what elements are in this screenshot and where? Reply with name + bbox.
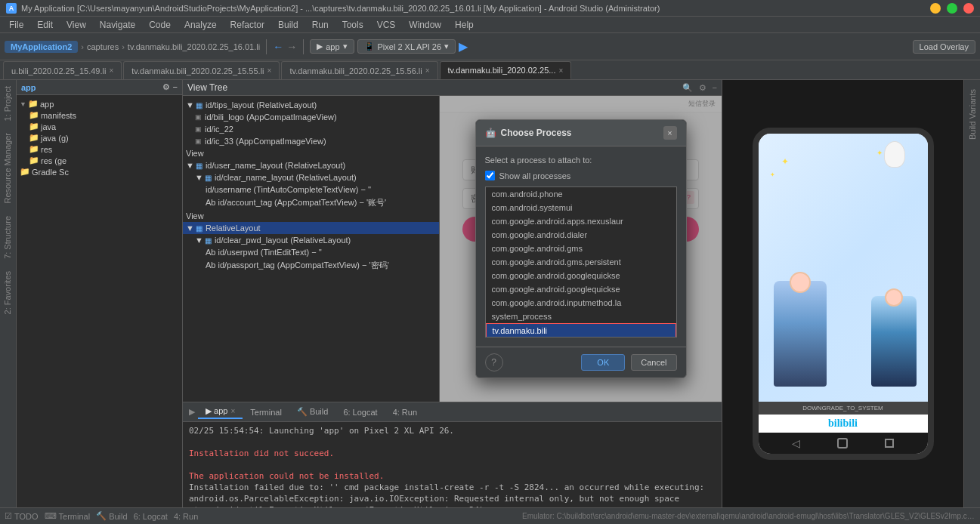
vt-account-tag[interactable]: Ab id/account_tag (AppCompatTextView) − … — [183, 196, 439, 210]
tab-2[interactable]: tv.danmaku.bili_2020.02.25_15.56.li × — [281, 61, 437, 79]
tree-res-ge[interactable]: 📁 res (ge — [17, 155, 182, 166]
tree-gradle[interactable]: 📁 Gradle Sc — [17, 166, 182, 177]
process-item-system[interactable]: system_process — [486, 310, 676, 323]
dialog-overlay: 🤖 Choose Process × Select a process to a… — [440, 96, 722, 402]
toolbar-arrow-left[interactable]: ← — [273, 41, 283, 53]
nav-home-button[interactable] — [837, 438, 848, 448]
right-sidebar-build-variants[interactable]: Build Variants — [965, 83, 980, 146]
tree-manifests[interactable]: 📁 manifests — [17, 109, 182, 121]
menu-code[interactable]: Code — [143, 18, 177, 32]
process-item-systemui[interactable]: com.android.systemui — [486, 201, 676, 214]
device-selector-btn[interactable]: 📱 Pixel 2 XL API 26 ▾ — [357, 39, 456, 54]
menu-help[interactable]: Help — [449, 18, 480, 32]
status-build[interactable]: 🔨 Build — [96, 511, 127, 521]
project-settings-icon[interactable]: ⚙ — [162, 82, 170, 92]
close-button[interactable] — [963, 3, 974, 14]
vt-ic33[interactable]: ▣ id/ic_33 (AppCompatImageView) — [183, 135, 439, 147]
tab-close-2[interactable]: × — [425, 66, 430, 75]
tab-close-0[interactable]: × — [109, 66, 113, 75]
tab-0[interactable]: u.bili_2020.02.25_15.49.li × — [3, 61, 122, 79]
vt-view1[interactable]: View — [183, 147, 439, 159]
menu-edit[interactable]: Edit — [31, 18, 59, 32]
toolbar-arrow-right[interactable]: → — [286, 41, 297, 53]
vt-bili-logo[interactable]: ▣ id/bili_logo (AppCompatImageView) — [183, 111, 439, 123]
tab-1[interactable]: tv.danmaku.bili_2020.02.25_15.55.li × — [123, 61, 280, 79]
tree-app[interactable]: ▼ 📁 app — [17, 98, 182, 109]
sidebar-favorites-label[interactable]: 2: Favorites — [0, 265, 16, 320]
view-tree-search-icon[interactable]: 🔍 — [682, 83, 693, 93]
project-badge[interactable]: MyApplication2 — [5, 41, 78, 53]
process-list[interactable]: com.android.phone com.android.systemui c… — [485, 186, 677, 338]
tree-java-g[interactable]: 📁 java (g) — [17, 132, 182, 143]
process-item-gms-persistent[interactable]: com.google.android.gms.persistent — [486, 255, 676, 269]
status-logcat[interactable]: 6: Logcat — [134, 512, 168, 521]
vt-userpwd[interactable]: Ab id/userpwd (TintEditText) − '' — [183, 246, 439, 258]
show-all-processes-checkbox[interactable] — [485, 171, 495, 180]
dialog-instruction-label: Select a process to attach to: — [485, 156, 677, 165]
vt-clear-name-layout[interactable]: ▼ ▦ id/clear_name_layout (RelativeLayout… — [183, 171, 439, 183]
menu-vcs[interactable]: VCS — [371, 18, 402, 32]
nav-recents-button[interactable] — [885, 439, 894, 448]
menu-file[interactable]: File — [3, 18, 29, 32]
process-item-dialer[interactable]: com.google.android.dialer — [486, 228, 676, 242]
load-overlay-btn[interactable]: Load Overlay — [913, 40, 975, 54]
menu-run[interactable]: Run — [306, 18, 335, 32]
choose-process-dialog: 🤖 Choose Process × Select a process to a… — [475, 119, 687, 378]
menu-tools[interactable]: Tools — [336, 18, 369, 32]
vt-tips-layout[interactable]: ▼ ▦ id/tips_layout (RelativeLayout) — [183, 99, 439, 111]
sidebar-structure-label[interactable]: 7: Structure — [0, 210, 16, 265]
tab-close-1[interactable]: × — [267, 66, 272, 75]
run-config-btn[interactable]: ▶ app ▾ — [310, 39, 354, 54]
menu-navigate[interactable]: Navigate — [94, 18, 141, 32]
run-tab-build[interactable]: 🔨 Build — [289, 405, 336, 418]
vt-passport-tag[interactable]: Ab id/passport_tag (AppCompatTextView) −… — [183, 258, 439, 273]
process-item-quickse1[interactable]: com.google.android.googlequickse — [486, 269, 676, 282]
process-item-nexuslauncher[interactable]: com.google.android.apps.nexuslaur — [486, 214, 676, 228]
run-button[interactable]: ▶ — [459, 39, 468, 54]
breadcrumb-file[interactable]: tv.danmaku.bili_2020.02.25_16.01.li — [128, 42, 260, 51]
menu-analyze[interactable]: Analyze — [178, 18, 223, 32]
process-item-gms[interactable]: com.google.android.gms — [486, 242, 676, 255]
process-item-phone[interactable]: com.android.phone — [486, 187, 676, 201]
project-minus-icon[interactable]: − — [173, 82, 178, 92]
sidebar-resource-label[interactable]: Resource Manager — [0, 127, 16, 210]
run-tab-terminal[interactable]: Terminal — [243, 406, 289, 418]
tab-close-3[interactable]: × — [558, 66, 563, 75]
vt-ic22[interactable]: ▣ id/ic_22 — [183, 123, 439, 135]
tab-3[interactable]: tv.danmaku.bili_2020.02.25... × — [440, 61, 572, 79]
vt-username-layout[interactable]: ▼ ▦ id/user_name_layout (RelativeLayout) — [183, 159, 439, 171]
nav-back-button[interactable]: ◁ — [792, 437, 800, 449]
dialog-cancel-button[interactable]: Cancel — [631, 354, 676, 371]
status-todo[interactable]: ☑ TODO — [5, 511, 39, 521]
minimize-button[interactable] — [930, 3, 941, 14]
run-tab-app[interactable]: ▶ app × — [198, 405, 243, 419]
menu-build[interactable]: Build — [272, 18, 305, 32]
run-tab-run[interactable]: 4: Run — [385, 406, 425, 418]
view-tree-minus-icon[interactable]: − — [713, 83, 717, 92]
process-item-danmaku[interactable]: tv.danmaku.bili — [486, 323, 676, 338]
run-tab-app-close[interactable]: × — [230, 407, 235, 415]
dialog-help-button[interactable]: ? — [485, 353, 503, 371]
dialog-ok-button[interactable]: OK — [581, 354, 625, 371]
process-item-inputmethod[interactable]: com.google.android.inputmethod.la — [486, 296, 676, 310]
menu-refactor[interactable]: Refactor — [224, 18, 271, 32]
status-run[interactable]: 4: Run — [174, 512, 198, 521]
breadcrumb-captures[interactable]: captures — [87, 42, 119, 51]
view-tree-settings-icon[interactable]: ⚙ — [699, 83, 706, 93]
menu-view[interactable]: View — [60, 18, 92, 32]
vt-relative-layout[interactable]: ▼ ▦ RelativeLayout — [183, 222, 439, 234]
menu-window[interactable]: Window — [403, 18, 447, 32]
run-tab-logcat[interactable]: 6: Logcat — [335, 406, 385, 418]
process-item-quickse2[interactable]: com.google.android.googlequickse — [486, 282, 676, 296]
tree-res[interactable]: 📁 res — [17, 143, 182, 155]
vt-view2[interactable]: View — [183, 210, 439, 222]
run-icon[interactable]: ▶ — [186, 407, 198, 417]
tree-java[interactable]: 📁 java — [17, 121, 182, 132]
vt-username[interactable]: id/username (TintAutoCompleteTextView) −… — [183, 183, 439, 196]
maximize-button[interactable] — [947, 3, 957, 14]
project-panel: app ⚙ − ▼ 📁 app 📁 manifests 📁 — [17, 80, 183, 507]
sidebar-project-label[interactable]: 1: Project — [0, 80, 16, 127]
dialog-close-button[interactable]: × — [663, 126, 677, 140]
status-terminal[interactable]: ⌨ Terminal — [45, 511, 91, 521]
vt-clear-pwd-layout[interactable]: ▼ ▦ id/clear_pwd_layout (RelativeLayout) — [183, 234, 439, 246]
